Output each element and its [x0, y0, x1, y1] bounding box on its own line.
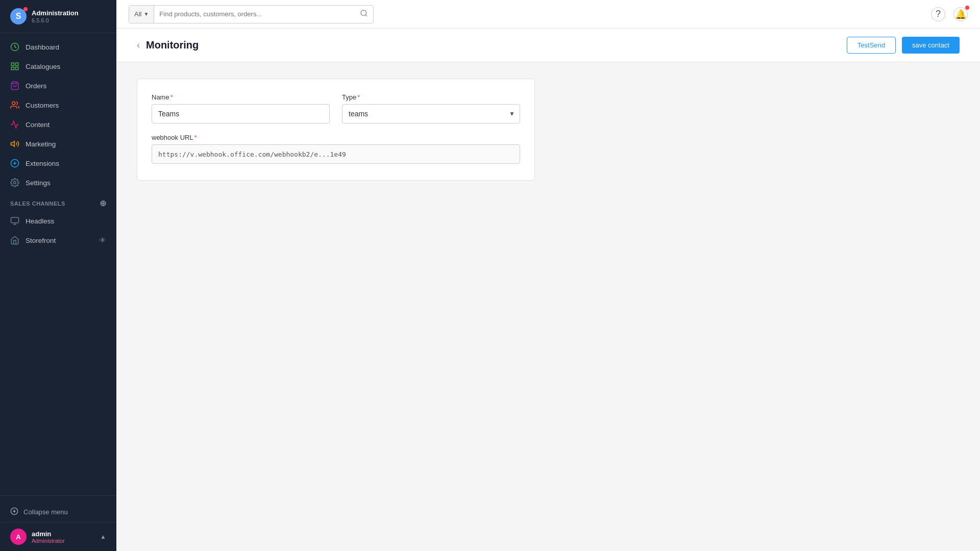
user-info: A admin Administrator — [10, 529, 65, 545]
storefront-eye-icon: 👁 — [99, 236, 106, 244]
svg-rect-1 — [11, 63, 14, 65]
storefront-icon — [10, 236, 19, 245]
svg-point-18 — [361, 10, 366, 16]
sidebar-item-storefront[interactable]: Storefront 👁 — [0, 231, 116, 250]
content-area: ‹ Monitoring TestSend save contact Name* — [116, 29, 980, 551]
search-bar: All ▼ — [129, 5, 374, 23]
svg-rect-12 — [11, 217, 19, 223]
svg-rect-2 — [16, 63, 18, 65]
collapse-menu-button[interactable]: Collapse menu — [0, 502, 116, 522]
svg-rect-4 — [16, 67, 18, 70]
webhook-url-label: webhook URL* — [152, 134, 520, 141]
sales-channels-section: Sales Channels ⊕ — [0, 192, 116, 211]
app-logo: S — [10, 8, 27, 24]
avatar: A — [10, 529, 27, 545]
webhook-url-input[interactable] — [152, 144, 520, 164]
sidebar-item-label: Headless — [26, 217, 54, 225]
content-icon — [10, 120, 19, 129]
sidebar-item-customers[interactable]: Customers — [0, 95, 116, 115]
sidebar-bottom: Collapse menu A admin Administrator ▲ — [0, 495, 116, 551]
required-star: * — [170, 93, 173, 101]
page-header: ‹ Monitoring TestSend save contact — [116, 29, 980, 62]
catalogues-icon — [10, 62, 19, 71]
notification-dot — [23, 7, 28, 11]
sidebar-item-label: Catalogues — [26, 63, 60, 70]
svg-line-19 — [365, 15, 367, 16]
sidebar-item-label: Settings — [26, 179, 51, 187]
notification-badge — [965, 6, 969, 10]
customers-icon — [10, 101, 19, 110]
form-group-type: Type* teams slack email webhook ▼ — [342, 93, 520, 123]
type-select-wrapper: teams slack email webhook ▼ — [342, 104, 520, 123]
user-menu-toggle[interactable]: ▲ — [100, 533, 106, 540]
type-label: Type* — [342, 93, 520, 101]
sidebar-item-label: Customers — [26, 102, 59, 109]
search-icon[interactable] — [355, 9, 373, 19]
sidebar-item-label: Storefront — [26, 237, 56, 244]
sidebar-item-catalogues[interactable]: Catalogues — [0, 57, 116, 76]
form-card: Name* Type* teams slack email — [137, 79, 535, 181]
filter-chevron-icon: ▼ — [143, 11, 149, 17]
add-sales-channel-icon[interactable]: ⊕ — [100, 198, 107, 208]
test-send-button[interactable]: TestSend — [847, 37, 896, 54]
name-input[interactable] — [152, 104, 330, 123]
help-icon[interactable]: ? — [931, 7, 945, 21]
main-content: All ▼ ? 🔔 ‹ Monitoring TestSend — [116, 0, 980, 551]
required-star: * — [194, 134, 197, 141]
extensions-icon — [10, 159, 19, 168]
search-input[interactable] — [154, 10, 355, 18]
main-nav: Dashboard Catalogues Orders Customers Co… — [0, 33, 116, 495]
app-version: 6.5.6.0 — [32, 17, 79, 23]
sidebar-item-extensions[interactable]: Extensions — [0, 154, 116, 173]
form-container: Name* Type* teams slack email — [116, 62, 980, 197]
page-header-actions: TestSend save contact — [847, 37, 960, 54]
sidebar-item-label: Content — [26, 121, 50, 129]
user-role: Administrator — [32, 538, 65, 544]
sidebar-item-label: Dashboard — [26, 43, 59, 51]
page-header-left: ‹ Monitoring — [137, 39, 199, 51]
sidebar-item-orders[interactable]: Orders — [0, 76, 116, 95]
name-label: Name* — [152, 93, 330, 101]
topbar: All ▼ ? 🔔 — [116, 0, 980, 29]
topbar-actions: ? 🔔 — [931, 7, 968, 21]
svg-rect-3 — [11, 67, 14, 70]
form-row-name-type: Name* Type* teams slack email — [152, 93, 520, 123]
sidebar-item-settings[interactable]: Settings — [0, 173, 116, 192]
app-name: Administration — [32, 9, 79, 18]
back-button[interactable]: ‹ — [137, 40, 140, 51]
form-group-webhook: webhook URL* — [152, 134, 520, 164]
sidebar-item-headless[interactable]: Headless — [0, 211, 116, 231]
search-filter-dropdown[interactable]: All ▼ — [129, 6, 154, 23]
sidebar-item-label: Extensions — [26, 160, 59, 167]
orders-icon — [10, 81, 19, 90]
user-section: A admin Administrator ▲ — [0, 522, 116, 551]
sidebar-item-label: Orders — [26, 82, 46, 90]
save-contact-button[interactable]: save contact — [902, 37, 960, 54]
form-group-name: Name* — [152, 93, 330, 123]
sales-channels-label: Sales Channels — [10, 201, 65, 207]
headless-icon — [10, 216, 19, 226]
type-select[interactable]: teams slack email webhook — [342, 104, 520, 123]
sidebar: S Administration 6.5.6.0 Dashboard Catal… — [0, 0, 116, 551]
marketing-icon — [10, 139, 19, 148]
notifications-icon[interactable]: 🔔 — [953, 7, 968, 21]
search-filter-label: All — [134, 10, 141, 18]
sidebar-item-dashboard[interactable]: Dashboard — [0, 37, 116, 57]
svg-marker-7 — [11, 141, 15, 147]
svg-point-11 — [14, 182, 16, 184]
settings-icon — [10, 178, 19, 187]
user-name: admin — [32, 530, 65, 538]
sidebar-item-marketing[interactable]: Marketing — [0, 134, 116, 154]
collapse-icon — [10, 507, 18, 517]
required-star: * — [357, 93, 360, 101]
sidebar-item-label: Marketing — [26, 140, 56, 148]
dashboard-icon — [10, 42, 19, 52]
svg-point-6 — [12, 102, 15, 105]
sidebar-header: S Administration 6.5.6.0 — [0, 0, 116, 33]
page-title: Monitoring — [146, 39, 199, 51]
collapse-label: Collapse menu — [23, 508, 68, 516]
sidebar-item-content[interactable]: Content — [0, 115, 116, 134]
